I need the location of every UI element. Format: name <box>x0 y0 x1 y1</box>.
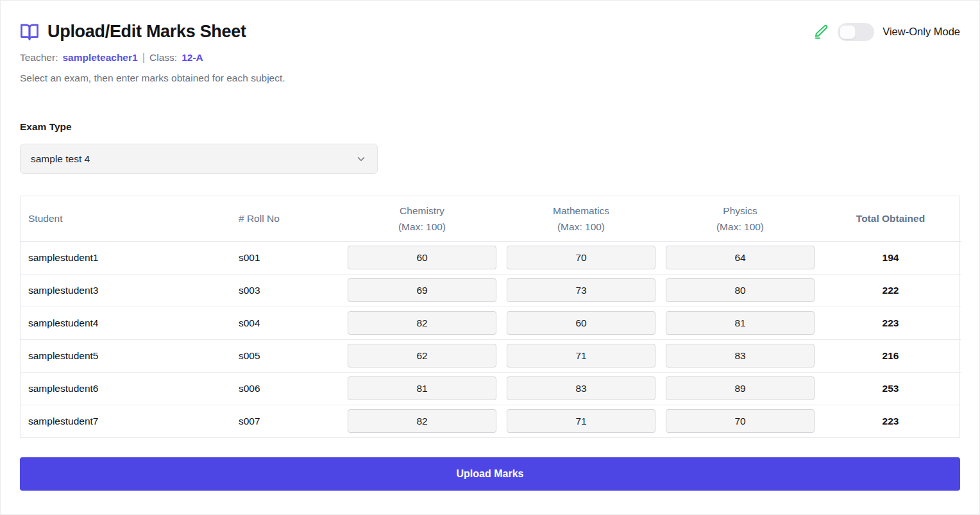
teacher-label: Teacher: <box>20 52 58 63</box>
page-header: Upload/Edit Marks Sheet View-Only Mode <box>20 22 960 42</box>
col-header-roll-no: # Roll No <box>232 196 342 241</box>
mark-input-chemistry[interactable] <box>348 246 496 269</box>
class-label: Class: <box>149 52 177 63</box>
page-title: Upload/Edit Marks Sheet <box>47 22 246 42</box>
mark-input-physics[interactable] <box>666 344 815 367</box>
mark-input-physics[interactable] <box>666 376 815 400</box>
table-row: samplestudent5 s005 216 <box>21 339 961 372</box>
mark-input-chemistry[interactable] <box>348 311 496 335</box>
student-name: samplestudent3 <box>21 274 232 307</box>
book-open-icon <box>20 22 39 42</box>
roll-no: s004 <box>232 307 342 339</box>
table-row: samplestudent7 s007 223 <box>21 405 961 437</box>
table-row: samplestudent3 s003 222 <box>21 274 961 307</box>
col-header-mathematics: Mathematics (Max: 100) <box>502 196 661 241</box>
exam-type-label: Exam Type <box>20 121 960 133</box>
col-header-physics: Physics (Max: 100) <box>661 196 820 241</box>
col-header-student: Student <box>21 196 232 241</box>
mark-input-physics[interactable] <box>666 246 815 269</box>
table-header-row: Student # Roll No Chemistry (Max: 100) M… <box>21 196 961 241</box>
mark-input-mathematics[interactable] <box>507 246 655 269</box>
meta-separator: | <box>142 51 145 64</box>
marks-table: Student # Roll No Chemistry (Max: 100) M… <box>20 196 960 438</box>
total-obtained: 222 <box>820 274 961 307</box>
mark-input-mathematics[interactable] <box>507 409 655 433</box>
mark-input-physics[interactable] <box>666 311 815 335</box>
total-obtained: 216 <box>820 339 961 372</box>
mark-input-mathematics[interactable] <box>507 376 655 400</box>
edit-pencil-icon <box>815 24 829 39</box>
teacher-name: sampleteacher1 <box>62 52 137 63</box>
marks-sheet-page: Upload/Edit Marks Sheet View-Only Mode T… <box>1 22 979 491</box>
roll-no: s003 <box>232 274 342 307</box>
chevron-down-icon <box>355 153 367 165</box>
mark-input-physics[interactable] <box>666 278 815 302</box>
mark-input-chemistry[interactable] <box>348 409 496 433</box>
view-only-label: View-Only Mode <box>883 26 960 38</box>
roll-no: s001 <box>232 241 342 274</box>
mark-input-chemistry[interactable] <box>348 278 496 302</box>
teacher-class-line: Teacher: sampleteacher1 | Class: 12-A <box>20 51 960 64</box>
view-only-toggle[interactable] <box>838 23 874 41</box>
mark-input-mathematics[interactable] <box>507 278 655 302</box>
exam-type-selected-value: sample test 4 <box>31 153 90 165</box>
upload-marks-button[interactable]: Upload Marks <box>20 457 960 491</box>
page-description: Select an exam, then enter marks obtaine… <box>20 72 960 84</box>
total-obtained: 223 <box>820 307 961 339</box>
mark-input-chemistry[interactable] <box>348 376 496 400</box>
table-row: samplestudent1 s001 194 <box>21 241 961 274</box>
student-name: samplestudent1 <box>21 241 232 274</box>
total-obtained: 253 <box>820 372 961 405</box>
student-name: samplestudent5 <box>21 339 232 372</box>
col-header-total: Total Obtained <box>820 196 961 241</box>
student-name: samplestudent6 <box>21 372 232 405</box>
table-row: samplestudent6 s006 253 <box>21 372 961 405</box>
view-mode-controls: View-Only Mode <box>815 23 960 41</box>
mark-input-chemistry[interactable] <box>348 344 496 367</box>
table-row: samplestudent4 s004 223 <box>21 307 961 339</box>
student-name: samplestudent4 <box>21 307 232 339</box>
exam-type-select[interactable]: sample test 4 <box>20 144 378 174</box>
roll-no: s007 <box>232 405 342 437</box>
title-group: Upload/Edit Marks Sheet <box>20 22 246 42</box>
col-header-chemistry: Chemistry (Max: 100) <box>342 196 502 241</box>
mark-input-mathematics[interactable] <box>507 311 655 335</box>
total-obtained: 223 <box>820 405 961 437</box>
toggle-knob <box>840 25 856 39</box>
class-name: 12-A <box>182 52 203 63</box>
student-name: samplestudent7 <box>21 405 232 437</box>
mark-input-physics[interactable] <box>666 409 815 433</box>
mark-input-mathematics[interactable] <box>507 344 655 367</box>
total-obtained: 194 <box>820 241 961 274</box>
roll-no: s005 <box>232 339 342 372</box>
roll-no: s006 <box>232 372 342 405</box>
